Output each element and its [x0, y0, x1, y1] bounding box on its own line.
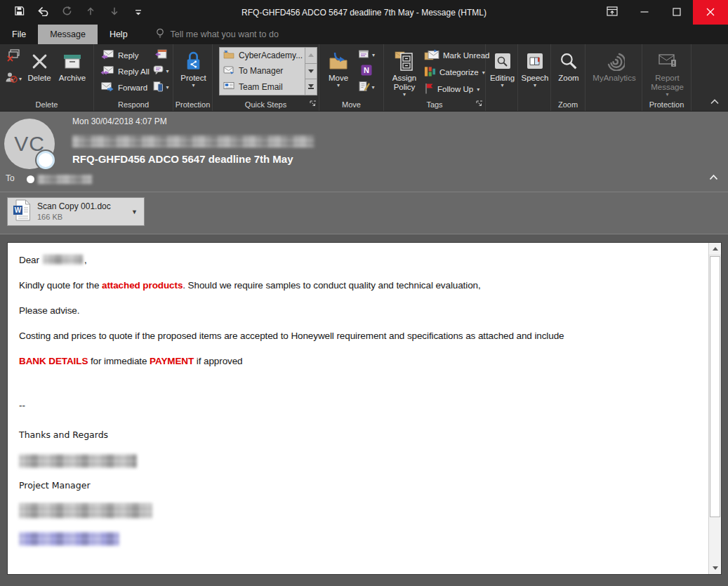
customize-qat-button[interactable] [131, 4, 146, 21]
speech-button[interactable]: Speech ▾ [521, 47, 549, 88]
lightbulb-icon [155, 28, 165, 41]
scrollbar-thumb[interactable] [710, 256, 720, 517]
im-button[interactable]: ▾ [150, 63, 171, 79]
recipient-presence-dot [27, 175, 34, 183]
zoom-button[interactable]: Zoom [554, 47, 583, 83]
onenote-icon: N [361, 65, 372, 79]
quick-step-team-email[interactable]: Team Email [220, 79, 305, 95]
quick-step-label: To Manager [239, 66, 283, 76]
rules-caret-icon: ▾ [372, 53, 375, 58]
group-label-respond: Respond [94, 98, 173, 111]
im-caret-icon: ▾ [166, 69, 168, 74]
body-scrollbar[interactable] [708, 243, 721, 574]
ribbon-group-zoom: Zoom Zoom [551, 44, 585, 111]
group-label-speech-empty [518, 98, 550, 111]
report-message-label: Report Message [648, 74, 687, 92]
more-respond-button[interactable]: ▾ [150, 79, 171, 95]
ribbon-group-respond: Reply Reply All Forward ▾ ▾ [94, 44, 173, 111]
redacted-recipient[interactable] [38, 175, 92, 184]
close-button[interactable] [693, 0, 728, 25]
actions-icon [358, 81, 370, 95]
redacted-sender[interactable] [72, 135, 315, 147]
svg-text:N: N [364, 66, 369, 74]
reply-button[interactable]: Reply [98, 47, 150, 63]
archive-button[interactable]: Archive [55, 47, 90, 83]
forward-icon [100, 81, 114, 93]
scrollbar-up-button[interactable] [709, 243, 721, 255]
redacted-company [19, 503, 152, 519]
rules-icon [358, 49, 371, 62]
meeting-button[interactable] [150, 47, 171, 63]
tab-message[interactable]: Message [38, 25, 98, 44]
editing-caret-icon: ▾ [501, 83, 503, 88]
quick-steps-more[interactable] [305, 79, 317, 95]
quick-step-to-manager[interactable]: To Manager [220, 63, 305, 79]
follow-up-label: Follow Up [437, 85, 473, 93]
assign-policy-button[interactable]: Assign Policy ▾ [388, 47, 421, 97]
close-icon [706, 6, 715, 19]
quick-step-cyberacademy[interactable]: CyberAcademy... [220, 48, 305, 63]
message-header: VC Mon 30/04/2018 4:07 PM RFQ-GHFD456 AD… [0, 111, 728, 234]
move-down-button[interactable] [107, 4, 122, 21]
report-message-button[interactable]: Report Message ▾ [645, 47, 689, 97]
paragraph-4: BANK DETAILS for immediate PAYMENT if ap… [19, 355, 692, 367]
quick-steps-dialog-launcher[interactable] [310, 100, 317, 109]
archive-label: Archive [59, 74, 86, 83]
junk-button[interactable]: ▾ [3, 71, 24, 87]
mark-unread-button[interactable]: Mark Unread [424, 47, 489, 64]
maximize-button[interactable] [661, 0, 693, 25]
ignore-button[interactable] [3, 48, 24, 65]
ribbon-tab-row: File Message Help Tell me what you want … [0, 25, 728, 44]
scrollbar-down-button[interactable] [709, 562, 721, 574]
quick-steps-scroll-up[interactable] [305, 48, 317, 63]
actions-button[interactable]: ▾ [353, 79, 380, 95]
tab-help[interactable]: Help [98, 25, 140, 44]
editing-button[interactable]: Editing ▾ [489, 47, 516, 88]
tell-me-box[interactable]: Tell me what you want to do [155, 25, 279, 44]
undo-button[interactable] [35, 4, 51, 21]
tags-dialog-launcher[interactable] [476, 100, 483, 109]
assign-policy-label: Assign Policy [388, 74, 421, 92]
greeting-line: Dear, [19, 254, 692, 266]
assign-policy-icon [395, 48, 414, 74]
move-up-button[interactable] [83, 4, 98, 21]
protect-button[interactable]: Protect ▾ [176, 47, 211, 88]
ribbon-group-protection: Protect ▾ Protection [173, 44, 213, 111]
follow-up-button[interactable]: Follow Up▾ [424, 81, 489, 98]
ribbon-group-myanalytics: MyAnalytics [585, 44, 642, 111]
quick-steps-scroll-down[interactable] [305, 63, 317, 79]
forward-button[interactable]: Forward [98, 79, 150, 95]
reply-all-icon [100, 65, 114, 77]
redo-button[interactable] [59, 4, 74, 21]
minimize-icon [640, 6, 649, 19]
scrollbar-up-icon [713, 247, 718, 251]
categorize-button[interactable]: Categorize▾ [424, 64, 489, 81]
myanalytics-icon [604, 48, 625, 74]
tab-file[interactable]: File [0, 25, 38, 44]
ribbon-display-options-button[interactable] [596, 0, 628, 25]
delete-label: Delete [27, 74, 51, 83]
save-button[interactable] [11, 4, 27, 21]
ribbon-group-speech: Speech ▾ [518, 44, 551, 111]
arrow-up-icon [86, 6, 95, 19]
quick-step-card-icon [223, 81, 234, 92]
undo-icon [37, 6, 49, 19]
collapse-ribbon-button[interactable] [710, 95, 719, 107]
reply-all-button[interactable]: Reply All [98, 63, 150, 79]
rules-button[interactable]: ▾ [353, 47, 380, 63]
minimize-button[interactable] [628, 0, 661, 25]
delete-button[interactable]: Delete [24, 47, 55, 83]
quick-access-toolbar [0, 4, 146, 21]
attachment-chip[interactable]: W Scan Copy 001.doc 166 KB ▼ [7, 197, 145, 226]
attachment-caret-icon[interactable]: ▼ [131, 208, 138, 215]
myanalytics-button[interactable]: MyAnalytics [588, 47, 640, 83]
move-button[interactable]: Move ▾ [324, 47, 353, 88]
onenote-button[interactable]: N [353, 63, 380, 79]
group-label-protection: Protection [173, 98, 212, 111]
junk-caret-icon: ▾ [19, 76, 22, 81]
emphasis-payment: PAYMENT [150, 356, 194, 366]
mark-unread-label: Mark Unread [443, 51, 489, 60]
collapse-header-button[interactable] [709, 171, 718, 183]
redacted-email-link[interactable] [19, 532, 119, 546]
group-label-zoom: Zoom [551, 98, 585, 111]
